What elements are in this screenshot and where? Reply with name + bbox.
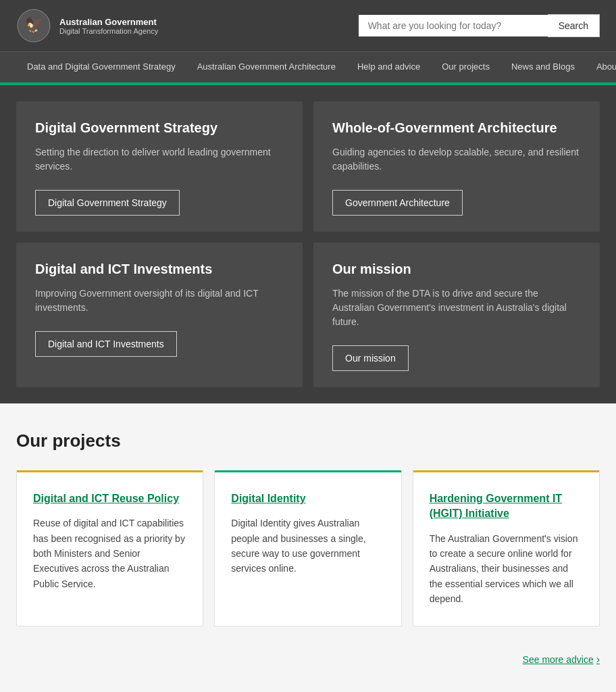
logo-area: 🦅 Australian Government Digital Transfor… bbox=[16, 8, 158, 43]
card-desc-whole-arch: Guiding agencies to develop scalable, se… bbox=[332, 145, 581, 174]
card-button-mission[interactable]: Our mission bbox=[332, 345, 409, 371]
card-button-whole-arch[interactable]: Government Architecture bbox=[332, 190, 463, 216]
logo-text: Australian Government Digital Transforma… bbox=[59, 17, 158, 35]
featured-cards-section: Digital Government Strategy Setting the … bbox=[0, 85, 616, 403]
cards-grid: Digital Government Strategy Setting the … bbox=[16, 101, 600, 387]
card-title-whole-arch: Whole-of-Government Architecture bbox=[332, 120, 581, 136]
nav-item-about[interactable]: About us bbox=[586, 52, 616, 82]
project-desc-digital-identity: Digital Identity gives Australian people… bbox=[231, 516, 384, 576]
svg-text:🦅: 🦅 bbox=[25, 16, 44, 34]
agency-sub: Digital Transformation Agency bbox=[59, 27, 158, 35]
card-digital-ict: Digital and ICT Investments Improving Go… bbox=[16, 243, 303, 387]
project-desc-ict-reuse: Reuse of digital and ICT capabilities ha… bbox=[33, 516, 186, 591]
project-card-hgit: Hardening Government IT (HGIT) Initiativ… bbox=[413, 470, 600, 626]
card-title-digital-ict: Digital and ICT Investments bbox=[35, 262, 284, 277]
project-desc-hgit: The Australian Government's vision to cr… bbox=[430, 531, 583, 607]
main-nav: Data and Digital Government Strategy Aus… bbox=[0, 51, 616, 82]
card-our-mission: Our mission The mission of the DTA is to… bbox=[313, 243, 600, 387]
card-button-digital-ict[interactable]: Digital and ICT Investments bbox=[35, 331, 177, 357]
project-link-ict-reuse[interactable]: Digital and ICT Reuse Policy bbox=[33, 491, 186, 506]
see-more-link[interactable]: See more advice› bbox=[523, 654, 600, 665]
nav-item-data-digital[interactable]: Data and Digital Government Strategy bbox=[16, 52, 186, 82]
card-whole-govt-arch: Whole-of-Government Architecture Guiding… bbox=[313, 101, 600, 232]
projects-grid: Digital and ICT Reuse Policy Reuse of di… bbox=[16, 470, 600, 626]
projects-section: Our projects Digital and ICT Reuse Polic… bbox=[0, 403, 616, 643]
card-title-mission: Our mission bbox=[332, 262, 581, 277]
nav-item-news[interactable]: News and Blogs bbox=[500, 52, 586, 82]
projects-section-title: Our projects bbox=[16, 430, 600, 451]
nav-item-help[interactable]: Help and advice bbox=[346, 52, 431, 82]
project-link-digital-identity[interactable]: Digital Identity bbox=[231, 491, 384, 506]
search-area: Search bbox=[359, 14, 600, 37]
card-digital-govt-strategy: Digital Government Strategy Setting the … bbox=[16, 101, 303, 232]
card-button-digital-govt[interactable]: Digital Government Strategy bbox=[35, 190, 180, 216]
search-button[interactable]: Search bbox=[548, 14, 600, 37]
card-title-digital-govt: Digital Government Strategy bbox=[35, 120, 284, 136]
card-desc-digital-govt: Setting the direction to deliver world l… bbox=[35, 145, 284, 174]
see-more-label: See more advice bbox=[523, 654, 594, 665]
search-input[interactable] bbox=[359, 15, 548, 36]
card-desc-digital-ict: Improving Government oversight of its di… bbox=[35, 287, 284, 315]
header: 🦅 Australian Government Digital Transfor… bbox=[0, 0, 616, 51]
nav-item-projects[interactable]: Our projects bbox=[431, 52, 500, 82]
project-card-digital-identity: Digital Identity Digital Identity gives … bbox=[214, 470, 401, 626]
project-link-hgit[interactable]: Hardening Government IT (HGIT) Initiativ… bbox=[430, 491, 583, 522]
project-card-ict-reuse: Digital and ICT Reuse Policy Reuse of di… bbox=[16, 470, 203, 626]
govt-logo-icon: 🦅 bbox=[16, 8, 51, 43]
card-desc-mission: The mission of the DTA is to drive and s… bbox=[332, 287, 581, 329]
see-more-chevron-icon: › bbox=[596, 653, 600, 665]
see-more-row: See more advice› bbox=[0, 643, 616, 676]
agency-name: Australian Government bbox=[59, 17, 158, 27]
nav-item-aus-arch[interactable]: Australian Government Architecture bbox=[186, 52, 346, 82]
